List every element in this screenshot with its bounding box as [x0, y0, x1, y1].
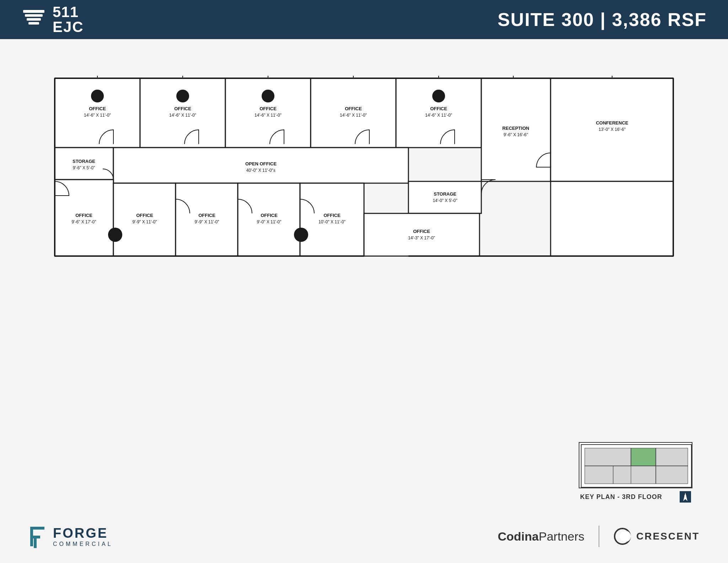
footer: FORGE COMMERCIAL CodinaPartners CRESCENT: [0, 510, 728, 563]
svg-text:14'-0" X 5'-0": 14'-0" X 5'-0": [433, 198, 457, 203]
crescent-icon: [614, 527, 631, 545]
svg-rect-3: [28, 22, 39, 25]
logo-divider: [599, 526, 599, 547]
svg-text:CONFERENCE: CONFERENCE: [596, 120, 628, 126]
svg-text:14'-6" X 11'-0": 14'-6" X 11'-0": [84, 113, 111, 118]
svg-rect-89: [34, 538, 37, 548]
svg-point-33: [294, 228, 308, 242]
svg-rect-78: [613, 466, 656, 484]
svg-text:9'-6" X 16'-6": 9'-6" X 16'-6": [503, 132, 528, 137]
svg-text:40'-0" X 11'-0"±: 40'-0" X 11'-0"±: [246, 168, 276, 173]
svg-text:10'-0" X 11'-0": 10'-0" X 11'-0": [318, 219, 346, 224]
svg-text:OFFICE: OFFICE: [261, 213, 278, 218]
forge-icon: [28, 525, 48, 548]
logo-letters: EJC: [53, 20, 84, 34]
svg-text:OFFICE: OFFICE: [413, 229, 430, 234]
svg-point-28: [91, 90, 104, 102]
forge-sub: COMMERCIAL: [53, 541, 113, 547]
main-content: OFFICE 14'-6" X 11'-0" OFFICE 14'-6" X 1…: [0, 39, 728, 563]
svg-rect-2: [27, 18, 41, 21]
svg-point-29: [176, 90, 189, 102]
svg-text:9'-6" X 17'-0": 9'-6" X 17'-0": [71, 219, 96, 224]
svg-text:OFFICE: OFFICE: [323, 213, 341, 218]
svg-point-32: [108, 228, 122, 242]
svg-text:9'-0" X 11'-0": 9'-0" X 11'-0": [257, 219, 281, 224]
svg-rect-74: [585, 448, 631, 466]
svg-text:14'-3" X 17'-0": 14'-3" X 17'-0": [408, 235, 435, 240]
svg-text:14'-6" X 11'-0": 14'-6" X 11'-0": [340, 113, 367, 118]
svg-text:OPEN OFFICE: OPEN OFFICE: [245, 161, 277, 166]
svg-text:9'-9" X 11'-0": 9'-9" X 11'-0": [132, 219, 157, 224]
svg-text:14'-6" X 11'-0": 14'-6" X 11'-0": [169, 113, 196, 118]
svg-text:9'-6" X 5'-0": 9'-6" X 5'-0": [73, 165, 95, 170]
forge-name: FORGE: [53, 526, 113, 541]
svg-rect-77: [585, 466, 613, 484]
suite-title: SUITE 300 | 3,386 RSF: [498, 9, 707, 30]
floorplan-svg: OFFICE 14'-6" X 11'-0" OFFICE 14'-6" X 1…: [51, 75, 677, 260]
svg-point-91: [620, 531, 631, 542]
svg-text:OFFICE: OFFICE: [75, 213, 92, 218]
svg-point-30: [262, 90, 274, 102]
svg-text:RECEPTION: RECEPTION: [502, 126, 529, 131]
forge-text: FORGE COMMERCIAL: [53, 526, 113, 547]
keyplan-minimap: [579, 443, 692, 488]
svg-text:STORAGE: STORAGE: [434, 191, 456, 197]
svg-text:OFFICE: OFFICE: [174, 106, 191, 111]
svg-text:OFFICE: OFFICE: [345, 106, 362, 111]
building-logo-icon: [21, 7, 46, 32]
svg-rect-79: [656, 466, 688, 484]
svg-text:OFFICE: OFFICE: [259, 106, 277, 111]
logo-area: 511 EJC: [21, 5, 84, 34]
keyplan-title: KEY PLAN - 3RD FLOOR: [580, 493, 662, 501]
svg-text:STORAGE: STORAGE: [73, 159, 95, 164]
right-logos: CodinaPartners CRESCENT: [498, 526, 700, 547]
keyplan-label: KEY PLAN - 3RD FLOOR N: [579, 491, 692, 503]
svg-rect-87: [30, 527, 44, 530]
logo-number: 511: [53, 5, 84, 20]
svg-text:OFFICE: OFFICE: [89, 106, 106, 111]
codina-partners-logo: CodinaPartners: [498, 530, 584, 543]
svg-text:14'-6" X 11'-0": 14'-6" X 11'-0": [255, 113, 282, 118]
svg-rect-21: [551, 181, 673, 256]
svg-rect-75: [631, 448, 656, 466]
svg-rect-1: [25, 14, 43, 17]
svg-text:OFFICE: OFFICE: [430, 106, 447, 111]
keyplan-box: [579, 442, 692, 488]
svg-text:N: N: [684, 494, 686, 498]
svg-text:13'-0" X 16'-6": 13'-0" X 16'-6": [599, 127, 626, 132]
header: 511 EJC SUITE 300 | 3,386 RSF: [0, 0, 728, 39]
keyplan-area: KEY PLAN - 3RD FLOOR N: [579, 442, 692, 503]
svg-rect-88: [30, 536, 40, 538]
svg-text:OFFICE: OFFICE: [198, 213, 215, 218]
svg-text:OFFICE: OFFICE: [136, 213, 153, 218]
svg-text:9'-9" X 11'-0": 9'-9" X 11'-0": [194, 219, 219, 224]
floorplan-container: OFFICE 14'-6" X 11'-0" OFFICE 14'-6" X 1…: [51, 75, 677, 260]
crescent-logo-area: CRESCENT: [614, 527, 700, 545]
crescent-text: CRESCENT: [636, 531, 700, 542]
forge-logo-area: FORGE COMMERCIAL: [28, 525, 113, 548]
svg-rect-76: [656, 448, 688, 466]
svg-point-31: [432, 90, 445, 102]
north-arrow-icon: N: [680, 491, 691, 503]
svg-rect-20: [364, 213, 480, 256]
svg-rect-14: [408, 181, 481, 213]
svg-rect-0: [23, 10, 44, 13]
svg-text:14'-6" X 11'-0": 14'-6" X 11'-0": [425, 113, 452, 118]
